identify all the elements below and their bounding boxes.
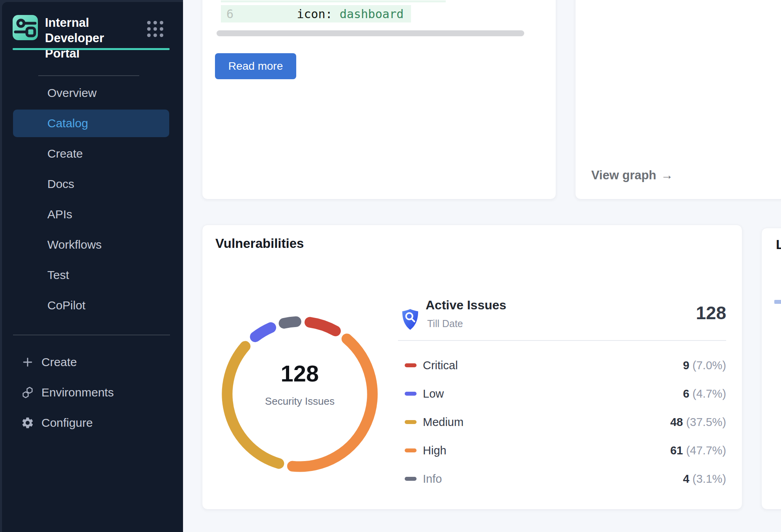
horizontal-scrollbar[interactable] [217, 30, 524, 36]
legend-label: Critical [423, 359, 458, 372]
donut-segment-medium [227, 346, 279, 463]
gear-icon [21, 416, 34, 430]
legend-row: Critical 9 (7.0%) [398, 351, 726, 379]
legend-count: 48 [670, 416, 683, 428]
sidebar-divider-top [38, 75, 139, 76]
partial-right-card: L [761, 228, 781, 510]
sidebar-item-test[interactable]: Test [13, 261, 169, 289]
sidebar-divider-bottom [13, 335, 170, 335]
legend-row: Info 4 (3.1%) [398, 465, 726, 493]
sidebar-item-copilot[interactable]: CoPilot [13, 292, 169, 319]
active-issues-summary: Active Issues Till Date 128 Critical 9 (… [398, 225, 726, 509]
vulnerabilities-card: Vulnerabilities 128 Security Issues [202, 225, 742, 510]
sidebar-item-catalog[interactable]: Catalog [13, 110, 169, 137]
legend-pct: (7.0%) [693, 359, 726, 372]
legend-count: 61 [670, 444, 683, 457]
legend-count: 4 [683, 472, 689, 485]
yaml-value: dashboard [340, 7, 404, 21]
legend-color-pill [405, 420, 417, 424]
hexagons-icon [21, 386, 34, 399]
summary-divider [398, 340, 726, 341]
legend-label: High [423, 444, 447, 457]
partial-card-title: L [776, 237, 781, 252]
donut-rings [221, 315, 379, 473]
entity-yaml-card: 6 icon: dashboard Read more [202, 0, 556, 199]
legend-color-pill [405, 363, 417, 367]
view-graph-label: View graph [591, 168, 656, 182]
read-more-button[interactable]: Read more [215, 53, 296, 79]
security-issues-donut-chart: 128 Security Issues [221, 315, 379, 473]
partial-card-bar [774, 300, 781, 304]
legend-label: Low [423, 387, 444, 400]
sidebar-nav: OverviewCatalogCreateDocsAPIsWorkflowsTe… [13, 79, 169, 322]
accent-rule [13, 48, 170, 50]
sidebar-item-overview[interactable]: Overview [13, 79, 169, 107]
main-content: 6 icon: dashboard Read more View graph →… [183, 0, 781, 532]
code-line-partial [221, 0, 446, 2]
sidebar-item-configure[interactable]: Configure [13, 409, 169, 437]
donut-segment-info [284, 322, 296, 323]
active-issues-count: 128 [696, 302, 726, 324]
sidebar: Internal Developer Portal OverviewCatalo… [0, 0, 183, 532]
sidebar-item-workflows[interactable]: Workflows [13, 231, 169, 259]
code-line-6: 6 icon: dashboard [221, 5, 411, 22]
legend-row: Medium 48 (37.5%) [398, 408, 726, 436]
legend-count: 6 [683, 387, 689, 400]
donut-segment-critical [310, 322, 336, 331]
donut-segment-low [255, 327, 271, 337]
legend-row: Low 6 (4.7%) [398, 379, 726, 408]
severity-legend: Critical 9 (7.0%) Low 6 (4.7%) Medium 48… [398, 351, 726, 493]
legend-pct: (3.1%) [693, 472, 726, 485]
legend-row: High 61 (47.7%) [398, 436, 726, 465]
arrow-right-icon: → [661, 168, 673, 182]
plus-icon [21, 355, 34, 369]
sidebar-item-environments[interactable]: Environments [13, 379, 169, 406]
app-logo-icon[interactable] [13, 15, 38, 40]
legend-pct: (47.7%) [686, 444, 726, 457]
legend-color-pill [405, 448, 417, 452]
graph-card: View graph → [575, 0, 781, 199]
legend-pct: (4.7%) [693, 387, 726, 400]
sidebar-item-create[interactable]: Create [13, 140, 169, 167]
app-title: Internal Developer Portal [45, 15, 140, 61]
screen: Internal Developer Portal OverviewCatalo… [0, 0, 781, 532]
code-line-number: 6 [226, 7, 240, 21]
yaml-indent [240, 7, 297, 21]
apps-grid-icon[interactable] [147, 21, 164, 37]
shield-search-icon [401, 309, 419, 331]
legend-pct: (37.5%) [686, 416, 726, 428]
legend-label: Info [423, 472, 442, 485]
sidebar-item-apis[interactable]: APIs [13, 201, 169, 228]
donut-segment-high [292, 339, 372, 467]
vulnerabilities-title: Vulnerabilities [215, 236, 304, 251]
sidebar-panel: Internal Developer Portal OverviewCatalo… [2, 2, 183, 532]
yaml-key: icon: [297, 7, 340, 21]
sidebar-item-create[interactable]: Create [13, 348, 169, 376]
legend-label: Medium [423, 416, 463, 429]
view-graph-link[interactable]: View graph → [591, 168, 673, 182]
active-issues-subtitle: Till Date [427, 318, 463, 329]
sidebar-item-docs[interactable]: Docs [13, 170, 169, 198]
active-issues-title: Active Issues [426, 298, 506, 313]
sidebar-footer-nav: Create Environments Configure [13, 348, 169, 439]
legend-count: 9 [683, 359, 689, 372]
legend-color-pill [405, 392, 417, 396]
legend-color-pill [405, 477, 417, 481]
